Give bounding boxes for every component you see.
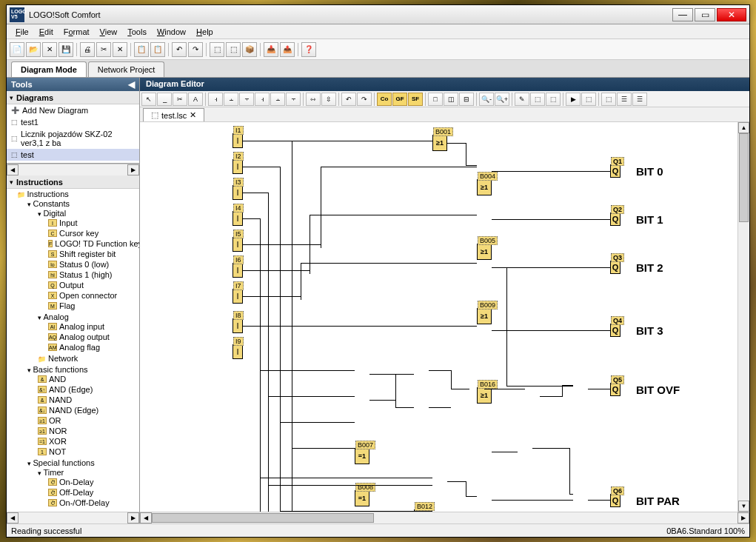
download-button[interactable]: 📤: [280, 42, 295, 57]
block-b004[interactable]: B004≥1: [477, 179, 492, 195]
tab-network-project[interactable]: Network Project: [88, 61, 165, 77]
input-i4[interactable]: I4I: [233, 211, 243, 226]
canvas-vscroll[interactable]: ▲▼: [737, 122, 749, 512]
output-q2[interactable]: Q2Q: [610, 213, 620, 226]
comments[interactable]: ☰: [632, 93, 647, 106]
instructions-tree[interactable]: Instructions Constants Digital IInput CC…: [7, 189, 139, 512]
new-button[interactable]: 📄: [10, 42, 24, 57]
title-bar[interactable]: LOGOV5 LOGO!Soft Comfort — ▭ ✕: [7, 5, 749, 24]
sim-start[interactable]: ▶: [566, 93, 581, 106]
close-icon[interactable]: ✕: [190, 110, 196, 120]
input-i6[interactable]: I6I: [233, 263, 243, 278]
zoom-out[interactable]: 🔍-: [479, 93, 494, 106]
close-button[interactable]: ✕: [717, 8, 746, 21]
tool-b[interactable]: ⬚: [226, 42, 241, 57]
menu-tools[interactable]: Tools: [123, 26, 151, 38]
tree-constants[interactable]: Constants: [27, 199, 70, 208]
gf-button[interactable]: GF: [392, 93, 407, 106]
tool-c[interactable]: 📦: [242, 42, 257, 57]
delete-button[interactable]: ✕: [113, 42, 127, 57]
diagram-item-selected[interactable]: ⬚test: [7, 149, 139, 161]
menu-help[interactable]: Help: [192, 26, 218, 38]
select-tool[interactable]: ↖: [141, 93, 156, 106]
transfer-button[interactable]: 📥: [264, 42, 278, 57]
input-i2[interactable]: I2I: [233, 159, 243, 174]
connect-tool[interactable]: ⎯: [157, 93, 172, 106]
input-i3[interactable]: I3I: [233, 185, 243, 200]
undo-ed[interactable]: ↶: [341, 93, 356, 106]
print-button[interactable]: 🖨: [80, 42, 95, 57]
props[interactable]: ☰: [617, 93, 632, 106]
input-i9[interactable]: I9I: [233, 344, 243, 359]
block-b009[interactable]: B009≥1: [477, 308, 492, 324]
redo-button[interactable]: ↷: [188, 42, 203, 57]
canvas-hscroll[interactable]: ◀▶: [140, 512, 749, 523]
split-v[interactable]: ◫: [444, 93, 458, 106]
align-right[interactable]: ⫟: [239, 93, 254, 106]
save-button[interactable]: 💾: [58, 42, 73, 57]
redo-ed[interactable]: ↷: [357, 93, 372, 106]
align-center-v[interactable]: ⫠: [224, 93, 238, 106]
undo-button[interactable]: ↶: [172, 42, 187, 57]
dist-h[interactable]: ⇿: [306, 93, 321, 106]
open-button[interactable]: 📂: [26, 42, 41, 57]
help-button[interactable]: ❓: [301, 42, 316, 57]
tree-analog[interactable]: Analog: [38, 312, 69, 321]
zoom-in[interactable]: 🔍+: [495, 93, 509, 106]
sf-button[interactable]: SF: [408, 93, 423, 106]
diagram-item[interactable]: ⬚test1: [7, 116, 139, 128]
dist-v[interactable]: ⇳: [321, 93, 336, 106]
menu-edit[interactable]: Edit: [35, 26, 58, 38]
block-b016[interactable]: B016≥1: [477, 387, 492, 404]
input-i8[interactable]: I8I: [233, 318, 243, 333]
tools-panel-header[interactable]: Tools ◀: [7, 78, 139, 91]
diagrams-hscroll[interactable]: ◀▶: [7, 164, 139, 175]
menu-view[interactable]: View: [96, 26, 122, 38]
output-q5[interactable]: Q5Q: [610, 383, 620, 396]
diagram-canvas[interactable]: I1I I2I I3I I4I I5I I6I I7I I8I I9I B001…: [140, 122, 737, 512]
align-bottom[interactable]: ⫟: [286, 93, 301, 106]
paste-button[interactable]: 📋: [150, 42, 165, 57]
instructions-section-header[interactable]: Instructions: [7, 175, 139, 189]
block-b005[interactable]: B005≥1: [477, 244, 492, 260]
minimize-button[interactable]: —: [672, 8, 693, 21]
maximize-button[interactable]: ▭: [695, 8, 715, 21]
menu-file[interactable]: File: [11, 26, 33, 38]
align-left[interactable]: ⫞: [208, 93, 223, 106]
tree-hscroll[interactable]: ◀▶: [7, 512, 139, 523]
doc-tab[interactable]: ⬚test.lsc✕: [143, 108, 204, 121]
conv-fbd[interactable]: ⬚: [530, 93, 545, 106]
split-h[interactable]: ⊟: [459, 93, 474, 106]
overview[interactable]: ⬚: [601, 93, 616, 106]
block-b001[interactable]: B001≥1: [432, 135, 447, 151]
align-top[interactable]: ⫞: [255, 93, 270, 106]
input-i1[interactable]: I1I: [233, 133, 243, 148]
diagram-item[interactable]: ⬚Licznik pojazdów SKZ-02 ver3,1 z ba: [7, 128, 139, 149]
tree-timer[interactable]: Timer: [38, 468, 64, 477]
output-q4[interactable]: Q4Q: [610, 324, 620, 337]
tree-basic[interactable]: Basic functions: [27, 365, 88, 374]
tab-diagram-mode[interactable]: Diagram Mode: [11, 61, 87, 77]
add-new-diagram[interactable]: ➕Add New Diagram: [7, 104, 139, 116]
input-i5[interactable]: I5I: [233, 237, 243, 252]
output-q3[interactable]: Q3Q: [610, 261, 620, 274]
diagrams-section-header[interactable]: Diagrams: [7, 91, 139, 104]
cut-tool[interactable]: ✂: [173, 93, 187, 106]
input-i7[interactable]: I7I: [233, 289, 243, 304]
tree-digital[interactable]: Digital: [38, 209, 66, 218]
output-q6[interactable]: Q6Q: [610, 494, 620, 507]
text-tool[interactable]: A: [188, 93, 203, 106]
collapse-icon[interactable]: ◀: [128, 79, 135, 90]
cut-button[interactable]: ✂: [96, 42, 111, 57]
co-button[interactable]: Co: [377, 93, 392, 106]
split-none[interactable]: □: [428, 93, 443, 106]
tree-root[interactable]: Instructions: [17, 190, 69, 198]
output-q1[interactable]: Q1Q: [610, 164, 620, 178]
block-b007[interactable]: B007=1: [355, 448, 369, 464]
menu-window[interactable]: Window: [153, 26, 190, 38]
close-file-button[interactable]: ✕: [42, 42, 57, 57]
tree-special[interactable]: Special functions: [27, 458, 95, 467]
copy-button[interactable]: 📋: [134, 42, 149, 57]
align-middle-h[interactable]: ⫠: [270, 93, 285, 106]
tool-a[interactable]: ⬚: [210, 42, 224, 57]
